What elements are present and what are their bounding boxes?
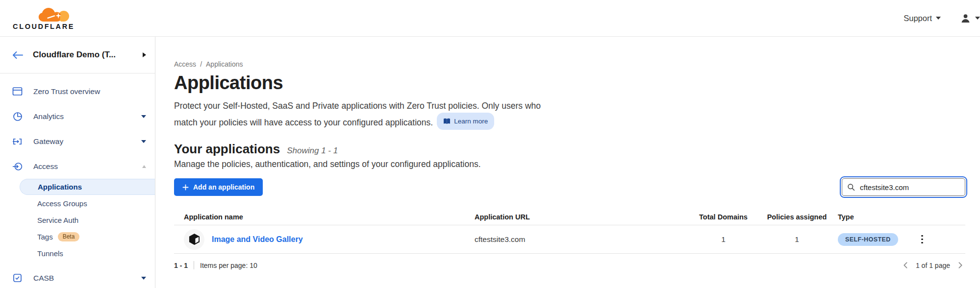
table-header-row: Application name Application URL Total D… bbox=[174, 209, 965, 225]
chevron-down-icon[interactable] bbox=[141, 140, 146, 143]
sidebar: Cloudflare Demo (T... Zero Trust overvie… bbox=[0, 37, 155, 288]
learn-more-badge[interactable]: Learn more bbox=[437, 113, 494, 130]
sidebar-item-service-auth[interactable]: Service Auth bbox=[20, 212, 155, 228]
access-subnav: Applications Access Groups Service Auth … bbox=[0, 179, 155, 262]
gateway-icon bbox=[12, 137, 23, 146]
main-content: Access / Applications Applications Prote… bbox=[155, 37, 980, 288]
sidebar-item-label: Access bbox=[33, 162, 131, 171]
applications-table: Application name Application URL Total D… bbox=[174, 209, 965, 254]
application-link[interactable]: Image and Video Gallery bbox=[212, 235, 303, 244]
sidebar-item-label: Tags bbox=[37, 233, 53, 241]
chevron-down-icon bbox=[975, 17, 980, 20]
shield-check-icon bbox=[12, 273, 23, 283]
support-label: Support bbox=[904, 14, 932, 23]
pie-chart-icon bbox=[12, 112, 23, 121]
chevron-up-icon[interactable] bbox=[142, 165, 146, 168]
cloudflare-cloud-icon bbox=[38, 6, 71, 22]
cloudflare-wordmark: CLOUDFLARE bbox=[13, 23, 75, 30]
toolbar: Add an application bbox=[174, 178, 965, 196]
sidebar-nav: Zero Trust overview Analytics bbox=[0, 73, 155, 288]
user-icon bbox=[960, 13, 971, 24]
book-icon bbox=[443, 118, 451, 124]
section-subheading: Manage the policies, authentication, and… bbox=[174, 159, 965, 169]
beta-badge: Beta bbox=[58, 232, 80, 241]
result-range: 1 - 1 bbox=[174, 262, 188, 269]
previous-page-button[interactable] bbox=[901, 260, 911, 270]
row-actions-kebab-icon[interactable] bbox=[919, 233, 925, 246]
sidebar-item-access-groups[interactable]: Access Groups bbox=[20, 195, 155, 212]
breadcrumb-access[interactable]: Access bbox=[174, 60, 196, 68]
user-menu[interactable] bbox=[960, 13, 980, 24]
expand-right-icon[interactable] bbox=[143, 52, 146, 57]
support-menu[interactable]: Support bbox=[904, 14, 941, 23]
column-header-application-url: Application URL bbox=[472, 213, 688, 221]
sidebar-item-label: Analytics bbox=[33, 112, 130, 121]
application-url: cftestsite3.com bbox=[472, 235, 688, 244]
top-bar: CLOUDFLARE Support bbox=[0, 0, 980, 37]
sidebar-item-applications[interactable]: Applications bbox=[20, 179, 155, 195]
page-indicator: 1 of 1 page bbox=[916, 262, 950, 269]
chevron-down-icon[interactable] bbox=[141, 277, 146, 280]
app-cube-icon bbox=[184, 229, 204, 250]
page-title: Applications bbox=[174, 72, 965, 94]
next-page-button[interactable] bbox=[955, 260, 965, 270]
login-arrow-icon bbox=[12, 162, 23, 171]
search-icon bbox=[847, 183, 855, 191]
sidebar-item-label: Gateway bbox=[33, 137, 130, 146]
sidebar-item-analytics[interactable]: Analytics bbox=[0, 104, 155, 129]
sidebar-item-gateway[interactable]: Gateway bbox=[0, 129, 155, 154]
breadcrumb-applications[interactable]: Applications bbox=[206, 60, 243, 68]
sidebar-item-tags[interactable]: Tags Beta bbox=[20, 228, 155, 245]
page-description: Protect your Self-Hosted, SaaS and Priva… bbox=[174, 99, 965, 130]
sidebar-item-label: Service Auth bbox=[37, 216, 78, 224]
column-header-total-domains: Total Domains bbox=[688, 213, 759, 221]
add-application-button[interactable]: Add an application bbox=[174, 178, 263, 196]
sidebar-item-zero-trust-overview[interactable]: Zero Trust overview bbox=[0, 79, 155, 104]
breadcrumb: Access / Applications bbox=[174, 60, 965, 68]
column-header-policies-assigned: Policies assigned bbox=[759, 213, 835, 221]
back-arrow-icon[interactable] bbox=[12, 51, 23, 59]
cloudflare-logo[interactable]: CLOUDFLARE bbox=[10, 6, 75, 30]
sidebar-item-access[interactable]: Access bbox=[0, 154, 155, 179]
search-input[interactable] bbox=[842, 178, 965, 196]
sidebar-item-label: Applications bbox=[38, 183, 82, 191]
showing-count: Showing 1 - 1 bbox=[287, 146, 338, 156]
window-icon bbox=[12, 87, 23, 96]
learn-more-label: Learn more bbox=[454, 115, 488, 128]
table-footer: 1 - 1 Items per page: 10 1 of 1 page bbox=[174, 260, 965, 270]
column-header-type: Type bbox=[835, 213, 913, 221]
breadcrumb-separator: / bbox=[200, 60, 202, 68]
description-line-1: Protect your Self-Hosted, SaaS and Priva… bbox=[174, 101, 541, 111]
total-domains-value: 1 bbox=[688, 235, 759, 244]
table-row: Image and Video Gallery cftestsite3.com … bbox=[174, 225, 965, 254]
sidebar-item-label: Access Groups bbox=[37, 199, 87, 208]
sidebar-item-casb[interactable]: CASB bbox=[0, 265, 155, 288]
account-switcher[interactable]: Cloudflare Demo (T... bbox=[0, 37, 155, 73]
chevron-down-icon bbox=[936, 17, 941, 20]
chevron-down-icon[interactable] bbox=[141, 115, 146, 118]
chevron-right-icon bbox=[956, 261, 964, 269]
sidebar-item-tunnels[interactable]: Tunnels bbox=[20, 245, 155, 262]
sidebar-item-label: Zero Trust overview bbox=[33, 87, 155, 96]
sidebar-item-label: CASB bbox=[33, 274, 130, 283]
footer-divider bbox=[194, 261, 194, 269]
section-title: Your applications bbox=[174, 142, 280, 157]
description-line-2: match your policies will have access to … bbox=[174, 118, 433, 127]
account-name: Cloudflare Demo (T... bbox=[33, 50, 133, 60]
column-header-application-name: Application name bbox=[174, 213, 472, 221]
chevron-left-icon bbox=[902, 261, 910, 269]
items-per-page[interactable]: Items per page: 10 bbox=[200, 262, 257, 269]
type-badge: SELF-HOSTED bbox=[838, 233, 898, 246]
sidebar-item-label: Tunnels bbox=[37, 249, 63, 258]
policies-assigned-value: 1 bbox=[759, 235, 835, 244]
add-application-label: Add an application bbox=[193, 183, 254, 191]
plus-icon bbox=[182, 184, 189, 191]
